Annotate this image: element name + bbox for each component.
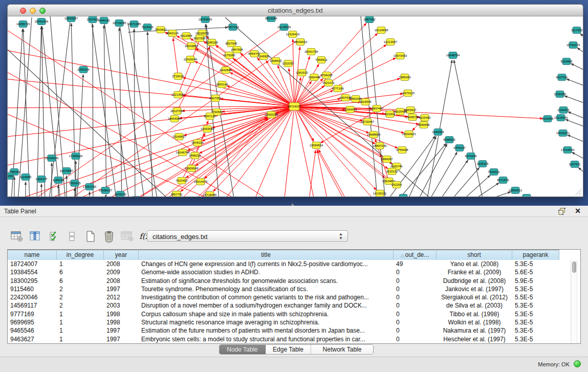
graph-node[interactable]: 12213967 <box>384 39 398 46</box>
memory-ok-indicator-icon[interactable] <box>574 360 581 367</box>
table-row[interactable]: 1938455462009Genome-wide association stu… <box>8 268 571 276</box>
table-cell[interactable]: 9115460 <box>8 285 57 293</box>
graph-edge[interactable] <box>439 160 468 197</box>
graph-node[interactable]: 2887682 <box>363 16 376 23</box>
table-cell[interactable]: 9777169 <box>8 310 57 318</box>
column-header-year[interactable]: year <box>104 250 139 260</box>
table-cell[interactable]: 0 <box>394 335 437 343</box>
column-header-short[interactable]: short <box>437 250 512 260</box>
table-cell[interactable]: 2012 <box>104 293 139 301</box>
graph-edge[interactable] <box>184 106 294 136</box>
table-cell[interactable]: de Silva et al. (2003) <box>437 301 512 310</box>
table-row[interactable]: 1456911722003Disruption of a novel membe… <box>8 301 571 310</box>
table-row[interactable]: 977716911998Corpus callosum shape and si… <box>8 310 571 318</box>
graph-edge[interactable] <box>213 106 294 191</box>
graph-node[interactable]: 19218506 <box>277 24 291 31</box>
graph-node[interactable]: 9684067 <box>381 156 393 163</box>
table-cell[interactable]: 1998 <box>104 318 139 326</box>
table-cell[interactable]: Franke et al. (2009) <box>437 268 512 276</box>
graph-node[interactable]: 1145194 <box>53 177 65 184</box>
graph-node[interactable]: 10958107 <box>99 187 113 194</box>
table-row[interactable]: 2242004622012Investigating the contribut… <box>8 293 571 301</box>
graph-node[interactable]: 1568520 <box>270 58 282 64</box>
graph-edge[interactable] <box>8 49 170 197</box>
graph-node[interactable]: 1117352 <box>571 27 583 34</box>
tab-network-table[interactable]: Network Table <box>311 345 373 355</box>
table-cell[interactable]: Estimation of significance thresholds fo… <box>139 277 394 285</box>
table-cell[interactable]: 0 <box>394 285 437 293</box>
row-checks-icon[interactable] <box>47 230 60 243</box>
table-cell[interactable]: 1 <box>57 326 104 335</box>
graph-node[interactable]: 15751074 <box>567 42 580 49</box>
graph-node[interactable]: 16154838 <box>375 27 388 34</box>
column-header-pagerank[interactable]: pagerank <box>512 250 559 260</box>
graph-node[interactable]: 252254 <box>391 182 402 188</box>
table-cell[interactable]: 0 <box>394 318 437 326</box>
table-cell[interactable]: 5.3E-5 <box>512 260 559 268</box>
graph-node[interactable]: 1115680 <box>20 174 32 181</box>
table-cell[interactable]: 2008 <box>104 277 139 285</box>
graph-node[interactable]: 1167531 <box>569 161 581 168</box>
graph-node[interactable]: 12325419 <box>286 31 300 38</box>
close-panel-icon[interactable]: ✕ <box>575 207 581 215</box>
graph-node[interactable]: 2005334 <box>77 67 90 73</box>
table-cell[interactable]: Estimation of the future numbers of pati… <box>139 326 394 335</box>
graph-node[interactable]: 9227341 <box>556 74 568 81</box>
graph-edge[interactable] <box>104 19 129 197</box>
table-cell[interactable]: Tibbo et al. (1998) <box>437 310 512 318</box>
graph-node[interactable]: 18640910 <box>294 39 308 46</box>
stacked-rows-icon[interactable] <box>66 230 79 243</box>
table-cell[interactable]: 1 <box>57 260 104 268</box>
table-cell[interactable]: 5.3E-5 <box>512 326 559 335</box>
table-cell[interactable]: 19384554 <box>8 268 57 276</box>
table-cell[interactable]: 0 <box>394 268 437 276</box>
graph-edge[interactable] <box>204 106 294 179</box>
graph-node[interactable]: 16648784 <box>446 52 460 59</box>
table-cell[interactable]: 1997 <box>104 285 139 293</box>
table-cell[interactable]: Hescheler et al. (1997) <box>437 335 512 343</box>
graph-node[interactable]: 10719185 <box>113 20 126 27</box>
graph-node[interactable]: 13584554 <box>310 142 323 149</box>
graph-edge[interactable] <box>318 149 347 197</box>
graph-node[interactable]: 1640954 <box>432 129 444 136</box>
table-row[interactable]: 1872400712008Changes of HCN gene express… <box>8 260 571 268</box>
graph-node[interactable]: 1733426 <box>397 194 409 198</box>
graph-node[interactable]: 2718126 <box>172 73 184 80</box>
graph-node[interactable]: 9699695 <box>418 122 430 128</box>
graph-edge[interactable] <box>294 23 366 106</box>
graph-node[interactable]: 1362615 <box>296 70 308 76</box>
table-cell[interactable]: Embryonic stem cells: a model to study s… <box>139 335 394 343</box>
graph-edge[interactable] <box>309 150 316 197</box>
graph-node[interactable]: 9777169 <box>332 85 344 92</box>
graph-node[interactable]: 17359924 <box>69 153 83 160</box>
table-cell[interactable]: 5.6E-5 <box>512 268 559 276</box>
delete-trash-icon[interactable] <box>102 230 116 243</box>
graph-node[interactable]: 16053809 <box>199 16 212 23</box>
table-cell[interactable]: 0 <box>394 293 437 301</box>
graph-edge[interactable] <box>450 167 480 197</box>
graph-node[interactable]: 9115460 <box>419 115 431 121</box>
graph-node[interactable]: 8471876 <box>497 177 509 184</box>
graph-node[interactable]: 19654923 <box>402 131 416 138</box>
table-cell[interactable]: 5.3E-5 <box>512 318 559 326</box>
graph-node[interactable]: 9474444 <box>465 153 477 160</box>
tab-node-table[interactable]: Node Table <box>220 345 266 355</box>
table-cell[interactable]: 22420046 <box>8 293 57 301</box>
graph-edge[interactable] <box>37 26 41 197</box>
graph-node[interactable]: 6794028 <box>320 72 333 79</box>
graph-node[interactable]: 8938923 <box>443 137 455 143</box>
table-cell[interactable]: 1997 <box>104 326 139 335</box>
table-cell[interactable]: 14569117 <box>8 301 57 310</box>
float-panel-icon[interactable] <box>558 208 565 215</box>
scrollbar-thumb[interactable] <box>572 261 576 273</box>
table-cell[interactable]: 1997 <box>104 335 139 343</box>
table-cell[interactable]: 18724007 <box>8 260 57 268</box>
table-cell[interactable]: 1 <box>57 310 104 318</box>
table-cell[interactable]: 1998 <box>104 310 139 318</box>
table-cell[interactable]: 0 <box>394 301 437 310</box>
graph-node[interactable]: 15720407 <box>361 119 375 125</box>
column-header-name[interactable]: name <box>8 250 57 260</box>
graph-node[interactable]: 18654985 <box>168 116 182 122</box>
select-columns-icon[interactable] <box>29 230 42 243</box>
graph-node[interactable]: 12975115 <box>401 90 415 97</box>
